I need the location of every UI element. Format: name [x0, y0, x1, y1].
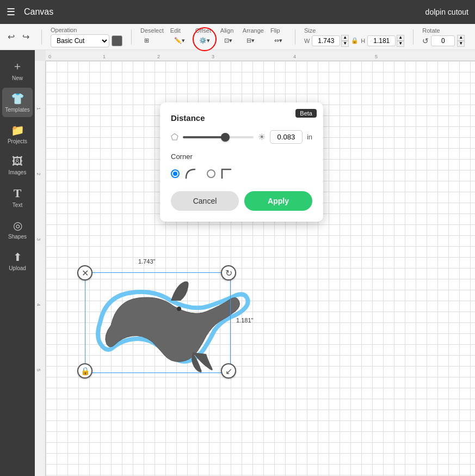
operation-label: Operation: [51, 27, 77, 33]
sidebar-item-new[interactable]: ＋ New: [2, 54, 33, 86]
lock-handle[interactable]: 🔒: [77, 363, 92, 379]
distance-input[interactable]: [270, 130, 303, 144]
delete-icon: ✕: [82, 268, 89, 278]
ruler-h-3: 3: [212, 54, 214, 59]
shapes-icon: ◎: [13, 219, 22, 232]
ruler-h-0: 0: [48, 54, 51, 59]
apply-button[interactable]: Apply: [244, 191, 312, 211]
separator-1: [41, 29, 42, 45]
rotate-up-button[interactable]: ▲: [457, 35, 465, 41]
project-name: dolpin cutout: [425, 8, 468, 16]
rotate-input[interactable]: [431, 35, 455, 46]
deselect-button[interactable]: ⊞: [140, 35, 153, 46]
width-label: 1.743": [138, 258, 155, 265]
toolbar: ↩ ↪ Operation Basic Cut Print then Cut D…: [0, 24, 475, 50]
offset-button[interactable]: ⚙️▾: [195, 35, 214, 46]
sidebar-item-projects[interactable]: 📁 Projects: [2, 119, 33, 149]
h-label: H: [361, 38, 365, 44]
width-up-button[interactable]: ▲: [341, 35, 349, 41]
rotate-spinner: ▲ ▼: [457, 35, 465, 47]
flip-section: Flip ⇔▾: [270, 27, 286, 46]
corner-option-rounded[interactable]: [171, 166, 198, 181]
arrange-section: Arrange ⊟▾: [243, 27, 264, 46]
corner-title: Corner: [171, 152, 312, 161]
sidebar-item-templates-label: Templates: [5, 107, 30, 113]
w-label: W: [304, 38, 310, 44]
align-label: Align: [220, 27, 233, 34]
height-up-button[interactable]: ▲: [397, 35, 404, 41]
ruler-v-4: 4: [36, 303, 41, 306]
canvas-area[interactable]: 0 1 2 3 4 5 1 2 3 4 5: [35, 50, 475, 476]
height-input[interactable]: [367, 35, 396, 46]
distance-slider[interactable]: [183, 136, 254, 138]
corner-options: [171, 166, 312, 181]
sidebar: ＋ New 👕 Templates 📁 Projects 🖼 Images T …: [0, 50, 35, 476]
sidebar-item-templates[interactable]: 👕 Templates: [2, 88, 33, 117]
deselect-label: Deselect: [140, 27, 164, 34]
flip-label: Flip: [270, 27, 280, 34]
corner-radio-rounded[interactable]: [171, 169, 180, 178]
ruler-v-5: 5: [36, 369, 41, 371]
undo-redo-group: ↩ ↪: [4, 29, 33, 44]
beta-badge: Beta: [295, 109, 317, 118]
menu-icon[interactable]: ☰: [7, 6, 15, 18]
operation-section: Operation Basic Cut Print then Cut: [51, 27, 122, 47]
distance-row: ⬠ ☀ in: [171, 130, 312, 144]
separator-4: [413, 29, 414, 45]
edit-button[interactable]: ✏️▾: [170, 35, 189, 46]
size-section: Size W ▲ ▼ 🔒 H ▲ ▼: [304, 27, 404, 47]
redo-button[interactable]: ↪: [19, 29, 33, 44]
deselect-section: Deselect ⊞: [140, 27, 164, 46]
edit-label: Edit: [170, 27, 181, 34]
text-icon: T: [14, 186, 22, 200]
sidebar-item-upload[interactable]: ⬆ Upload: [2, 246, 33, 276]
operation-dropdown[interactable]: Basic Cut Print then Cut: [51, 34, 109, 47]
rotate-down-button[interactable]: ▼: [457, 41, 465, 47]
new-icon: ＋: [12, 59, 23, 74]
separator-2: [131, 29, 132, 45]
main-area: ＋ New 👕 Templates 📁 Projects 🖼 Images T …: [0, 50, 475, 476]
slider-thumb[interactable]: [221, 133, 230, 142]
square-corner-icon: [219, 166, 234, 181]
lock-handle-icon: 🔒: [81, 367, 90, 375]
width-spinner: ▲ ▼: [341, 35, 349, 47]
height-down-button[interactable]: ▼: [397, 41, 404, 47]
upload-icon: ⬆: [13, 251, 22, 264]
resize-icon: ↙: [225, 366, 232, 376]
offset-section: Offset ⚙️▾: [195, 27, 214, 46]
arrange-button[interactable]: ⊟▾: [243, 35, 258, 46]
rotate-icon: ↺: [422, 36, 429, 45]
undo-button[interactable]: ↩: [4, 29, 18, 44]
sidebar-item-images[interactable]: 🖼 Images: [2, 151, 33, 180]
align-section: Align ⊡▾: [220, 27, 236, 46]
popup-title: Distance: [171, 113, 312, 123]
delete-handle[interactable]: ✕: [77, 265, 92, 280]
align-button[interactable]: ⊡▾: [220, 35, 236, 46]
sidebar-item-text[interactable]: T Text: [2, 182, 33, 212]
app-title: Canvas: [24, 7, 53, 17]
cancel-button[interactable]: Cancel: [171, 191, 239, 211]
corner-option-square[interactable]: [207, 166, 234, 181]
width-down-button[interactable]: ▼: [341, 41, 349, 47]
sidebar-item-projects-label: Projects: [8, 138, 27, 144]
rounded-corner-icon: [183, 166, 198, 181]
ruler-h-2: 2: [157, 54, 160, 59]
flip-button[interactable]: ⇔▾: [270, 35, 286, 46]
sidebar-item-shapes[interactable]: ◎ Shapes: [2, 215, 33, 244]
height-label: 1.181": [236, 317, 253, 324]
color-swatch[interactable]: [112, 35, 122, 46]
dolphin-body: [106, 297, 240, 362]
operation-select-group: Basic Cut Print then Cut: [51, 34, 122, 47]
pentagon-icon: ⬠: [171, 132, 178, 142]
lock-icon[interactable]: 🔒: [351, 37, 359, 44]
sidebar-item-text-label: Text: [13, 202, 22, 208]
size-label: Size: [304, 27, 316, 34]
size-inputs: W ▲ ▼ 🔒 H ▲ ▼: [304, 35, 404, 47]
rotate-section: Rotate ↺ ▲ ▼: [422, 27, 465, 47]
width-input[interactable]: [312, 35, 340, 46]
corner-radio-square[interactable]: [207, 169, 215, 178]
sidebar-item-new-label: New: [12, 75, 23, 81]
resize-handle[interactable]: ↙: [221, 363, 236, 379]
distance-unit: in: [307, 133, 312, 141]
rotate-handle[interactable]: ↻: [221, 265, 236, 280]
